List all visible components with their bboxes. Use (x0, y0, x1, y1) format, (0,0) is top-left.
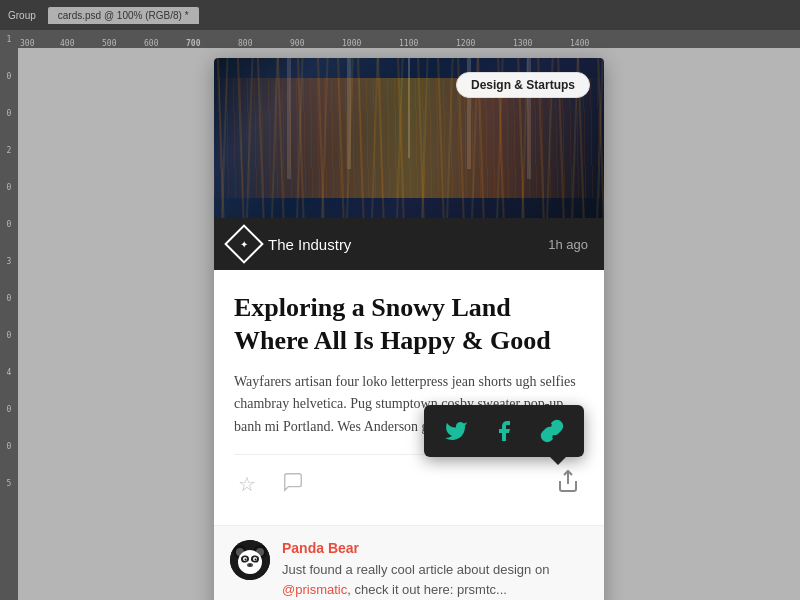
favorite-button[interactable]: ☆ (234, 468, 260, 500)
source-name: The Industry (268, 236, 351, 253)
commenter-name: Panda Bear (282, 540, 588, 556)
ps-tabs: cards.psd @ 100% (RGB/8) * (48, 7, 199, 24)
ps-toolbar: Group cards.psd @ 100% (RGB/8) * (0, 0, 800, 30)
copy-link-button[interactable] (534, 413, 570, 449)
card-body: Exploring a Snowy Land Where All Is Happ… (214, 270, 604, 525)
comment-body: Panda Bear Just found a really cool arti… (282, 540, 588, 599)
ruler-vertical: 1002003004005 (0, 30, 18, 600)
article-card: Design & Startups ✦ The Industry 1h ago … (214, 58, 604, 600)
card-hero-image: Design & Startups (214, 58, 604, 218)
share-button[interactable] (552, 465, 584, 503)
ruler-horizontal: 300 400 500 600 700 800 900 1000 1100 12… (0, 30, 800, 48)
comment-text: Just found a really cool article about d… (282, 560, 588, 599)
ps-tab-active[interactable]: cards.psd @ 100% (RGB/8) * (48, 7, 199, 24)
source-info: ✦ The Industry (230, 230, 351, 258)
svg-point-14 (249, 564, 252, 567)
star-icon: ☆ (238, 472, 256, 496)
twitter-share-button[interactable] (438, 413, 474, 449)
share-popup (424, 405, 584, 457)
share-icon (556, 469, 580, 499)
svg-point-6 (238, 550, 262, 574)
commenter-avatar (230, 540, 270, 580)
article-title: Exploring a Snowy Land Where All Is Happ… (234, 292, 584, 357)
comment-icon (282, 471, 304, 498)
svg-point-11 (245, 559, 247, 561)
card-source-bar: ✦ The Industry 1h ago (214, 218, 604, 270)
card-actions: ☆ (234, 454, 584, 509)
card-comment: Panda Bear Just found a really cool arti… (214, 525, 604, 600)
facebook-share-button[interactable] (486, 413, 522, 449)
category-badge[interactable]: Design & Startups (456, 72, 590, 98)
ps-app-name: Group (8, 10, 36, 21)
svg-point-12 (255, 559, 257, 561)
comment-button[interactable] (278, 467, 308, 502)
source-time: 1h ago (548, 237, 588, 252)
source-logo-icon: ✦ (224, 224, 264, 264)
mention-link[interactable]: @prismatic (282, 582, 347, 597)
canvas-area: Design & Startups ✦ The Industry 1h ago … (18, 48, 800, 600)
